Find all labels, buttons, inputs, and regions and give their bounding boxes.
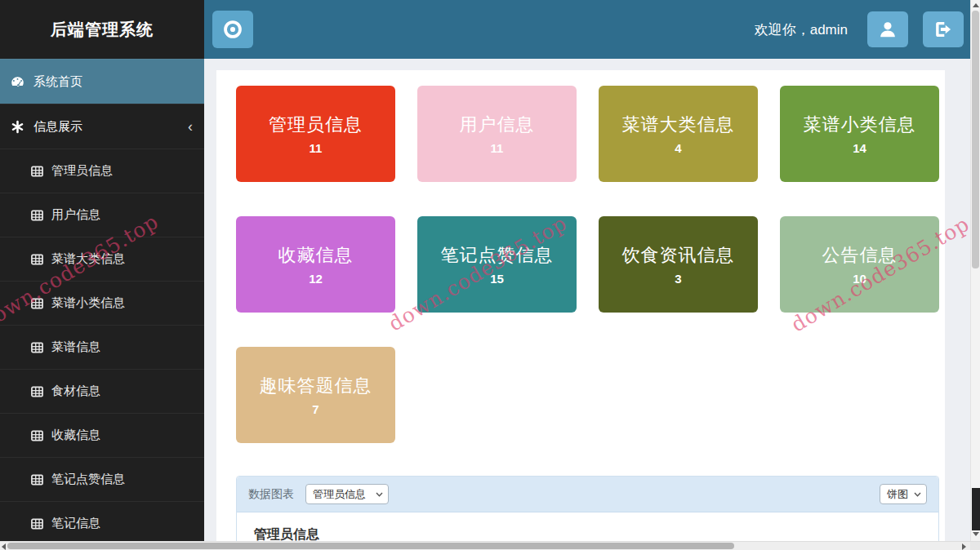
tile-label: 菜谱大类信息	[622, 113, 735, 137]
chart-panel: 数据图表 管理员信息 饼图	[236, 476, 939, 541]
scroll-down-arrow[interactable]	[973, 532, 979, 536]
horizontal-scrollbar[interactable]	[0, 541, 980, 550]
tile-label: 趣味答题信息	[260, 374, 372, 398]
scroll-left-arrow[interactable]	[2, 543, 6, 550]
tile-count: 12	[309, 272, 323, 286]
table-icon	[31, 298, 43, 309]
tile-recipe-category-info[interactable]: 菜谱大类信息 4	[599, 86, 758, 182]
dashboard-panel: 管理员信息 11 用户信息 11 菜谱大类信息 4 菜谱小类信息 14 收藏信息	[216, 70, 945, 541]
table-icon	[31, 342, 43, 353]
tile-count: 14	[853, 141, 866, 155]
welcome-text: 欢迎你，admin	[755, 20, 848, 39]
tile-favorite-info[interactable]: 收藏信息 12	[236, 216, 395, 313]
sidebar-item-label: 系统首页	[33, 74, 82, 90]
tile-count: 10	[853, 272, 866, 286]
bullseye-icon	[221, 18, 244, 41]
chart-title: 管理员信息	[254, 526, 938, 541]
tile-quiz-info[interactable]: 趣味答题信息 7	[236, 347, 395, 443]
tile-count: 11	[310, 141, 323, 155]
logo-button[interactable]	[212, 11, 253, 48]
tile-announcement-info[interactable]: 公告信息 10	[780, 216, 939, 313]
tile-label: 笔记点赞信息	[441, 243, 554, 268]
tile-count: 3	[675, 272, 681, 286]
sidebar-item-ingredient-info[interactable]: 食材信息	[0, 369, 204, 413]
sidebar-item-recipe-category-info[interactable]: 菜谱大类信息	[0, 237, 204, 281]
tile-label: 管理员信息	[269, 113, 363, 137]
sidebar-item-note-info[interactable]: 笔记信息	[0, 501, 204, 545]
sidebar-item-label: 菜谱小类信息	[51, 295, 125, 311]
sidebar-item-label: 笔记信息	[51, 516, 100, 531]
sidebar-item-recipe-info[interactable]: 菜谱信息	[0, 325, 204, 369]
tile-note-like-info[interactable]: 笔记点赞信息 15	[417, 216, 577, 313]
tile-label: 饮食资讯信息	[622, 243, 735, 268]
sidebar-group-label: 信息展示	[33, 119, 82, 135]
sidebar-item-recipe-subcategory-info[interactable]: 菜谱小类信息	[0, 281, 204, 325]
chart-panel-label: 数据图表	[248, 487, 294, 502]
tile-label: 收藏信息	[278, 243, 354, 268]
sidebar: 后端管理系统 系统首页 信息展示 ‹ 管理员信息 用户信息 菜谱大类信息 菜谱小…	[0, 0, 204, 541]
chart-type-select[interactable]: 饼图	[880, 484, 927, 504]
sidebar-group-info[interactable]: 信息展示 ‹	[0, 104, 204, 149]
dataset-select[interactable]: 管理员信息	[305, 484, 389, 504]
sidebar-item-label: 食材信息	[51, 384, 100, 399]
scrollbar-corner	[970, 542, 980, 550]
tile-admin-info[interactable]: 管理员信息 11	[236, 86, 395, 182]
app-title: 后端管理系统	[0, 0, 204, 59]
chart-panel-body: 管理员信息	[237, 512, 938, 541]
table-icon	[31, 518, 43, 530]
dark-artifact	[972, 488, 980, 530]
tile-recipe-subcategory-info[interactable]: 菜谱小类信息 14	[780, 86, 939, 182]
sidebar-item-note-like-info[interactable]: 笔记点赞信息	[0, 457, 204, 501]
sidebar-item-label: 菜谱大类信息	[51, 251, 125, 267]
tile-count: 11	[491, 141, 504, 155]
scroll-up-arrow[interactable]	[973, 3, 979, 7]
tile-label: 菜谱小类信息	[804, 113, 916, 137]
sidebar-item-home[interactable]: 系统首页	[0, 59, 204, 104]
sidebar-item-label: 收藏信息	[51, 428, 100, 443]
tile-label: 用户信息	[460, 113, 535, 137]
table-icon	[31, 474, 43, 486]
dashboard-icon	[11, 75, 24, 89]
tile-count: 4	[675, 141, 681, 155]
table-icon	[31, 210, 43, 221]
tile-count: 7	[312, 402, 318, 416]
content-area: 管理员信息 11 用户信息 11 菜谱大类信息 4 菜谱小类信息 14 收藏信息	[204, 70, 980, 550]
sidebar-item-label: 笔记点赞信息	[51, 472, 125, 487]
profile-button[interactable]	[867, 11, 908, 47]
logout-button[interactable]	[923, 11, 964, 47]
tile-user-info[interactable]: 用户信息 11	[417, 86, 577, 182]
top-header-bar: 欢迎你，admin	[204, 0, 980, 59]
sidebar-item-favorite-info[interactable]: 收藏信息	[0, 413, 204, 457]
horizontal-scrollbar-thumb[interactable]	[7, 543, 734, 549]
tile-label: 公告信息	[822, 243, 898, 268]
table-icon	[31, 386, 43, 397]
stat-tiles-grid: 管理员信息 11 用户信息 11 菜谱大类信息 4 菜谱小类信息 14 收藏信息	[236, 86, 939, 443]
vertical-scrollbar[interactable]	[970, 0, 980, 541]
sidebar-item-admin-info[interactable]: 管理员信息	[0, 149, 204, 193]
scroll-right-arrow[interactable]	[962, 543, 966, 550]
sidebar-item-label: 用户信息	[51, 207, 100, 223]
sidebar-item-label: 菜谱信息	[51, 339, 100, 355]
table-icon	[31, 254, 43, 265]
sidebar-item-label: 管理员信息	[51, 163, 113, 179]
tile-count: 15	[490, 272, 504, 286]
chart-panel-header: 数据图表 管理员信息 饼图	[237, 477, 938, 512]
sign-out-icon	[933, 19, 954, 40]
table-icon	[31, 166, 43, 177]
main-area: 欢迎你，admin 管理员信息 11 用户信息 11 菜谱大类信息	[204, 0, 980, 550]
table-icon	[31, 430, 43, 441]
vertical-scrollbar-thumb[interactable]	[972, 11, 979, 268]
sidebar-item-user-info[interactable]: 用户信息	[0, 193, 204, 237]
tile-diet-news-info[interactable]: 饮食资讯信息 3	[599, 216, 758, 313]
user-icon	[877, 19, 898, 40]
chevron-left-icon: ‹	[188, 119, 204, 134]
asterisk-icon	[11, 120, 24, 134]
